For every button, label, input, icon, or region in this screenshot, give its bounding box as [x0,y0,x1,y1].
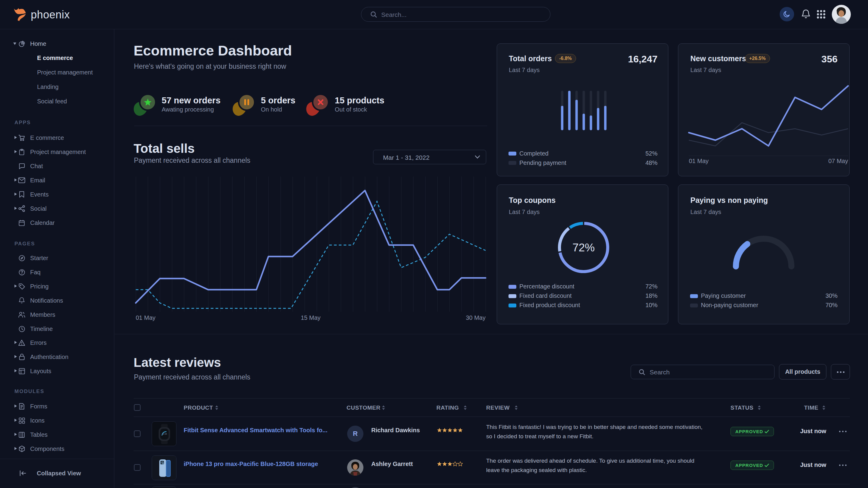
svg-text:30 May: 30 May [466,314,486,321]
svg-text:01 May: 01 May [136,314,156,321]
svg-text:12:34: 12:34 [162,433,167,435]
svg-text:15 May: 15 May [301,314,320,321]
svg-text:07 May: 07 May [828,158,848,164]
svg-text:01 May: 01 May [689,158,709,164]
